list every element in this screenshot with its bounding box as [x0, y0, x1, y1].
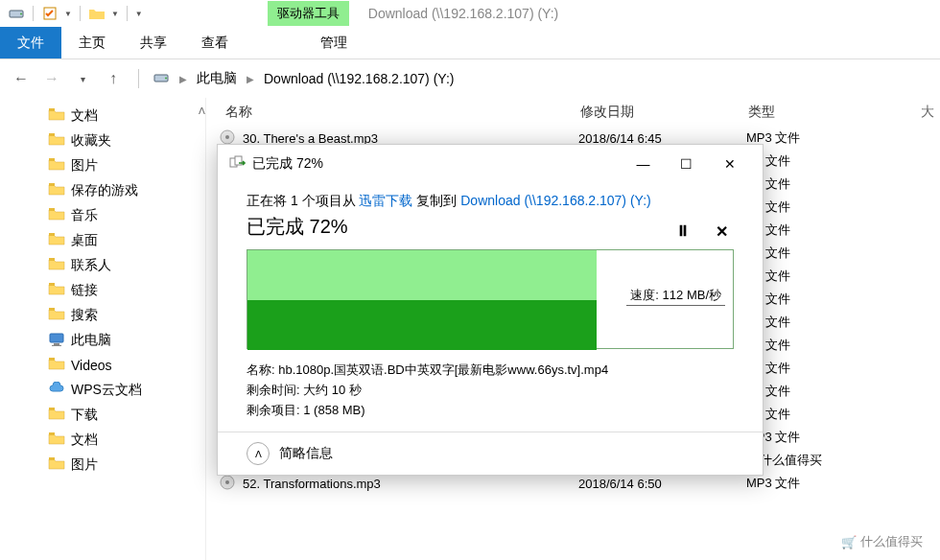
chevron-down-icon[interactable]: ▼: [111, 10, 119, 18]
minimize-button[interactable]: —: [622, 152, 665, 175]
file-type: P3 文件: [746, 314, 940, 331]
tree-item-label: 桌面: [71, 232, 98, 249]
separator: [127, 6, 128, 21]
svg-rect-20: [49, 457, 55, 460]
file-type: P3 文件: [746, 406, 940, 423]
file-name: hb.1080p.国英双语.BD中英双字[最新电影www.66ys.tv].mp…: [278, 362, 608, 377]
column-size[interactable]: 大: [921, 104, 940, 121]
file-type: P3 文件: [746, 175, 940, 193]
ribbon-tabs: 文件 主页 共享 查看 管理: [0, 27, 940, 59]
watermark-icon: 🛒: [841, 535, 857, 549]
quick-access-toolbar: ▼ ▼ ▼: [0, 5, 143, 22]
svg-rect-7: [49, 158, 55, 161]
chevron-down-icon[interactable]: ▼: [64, 10, 72, 18]
tree-item[interactable]: 保存的游戏: [0, 178, 205, 203]
progress-fill-bottom: [247, 300, 597, 350]
collapse-details-button[interactable]: ᐱ: [247, 442, 270, 465]
svg-rect-5: [49, 108, 55, 111]
back-button[interactable]: ←: [10, 67, 33, 90]
svg-point-22: [225, 135, 229, 139]
tree-item-label: 联系人: [71, 257, 111, 274]
navigation-bar: ← → ▾ ↑ ▶ 此电脑 ▶ Download (\\192.168.2.10…: [0, 59, 940, 98]
svg-rect-16: [52, 345, 61, 346]
copy-details: 名称: hb.1080p.国英双语.BD中英双字[最新电影www.66ys.tv…: [247, 361, 734, 420]
maximize-button[interactable]: ☐: [665, 152, 708, 175]
file-type: MP3 文件: [746, 129, 940, 147]
tab-manage[interactable]: 管理: [303, 27, 364, 58]
up-button[interactable]: ↑: [102, 67, 125, 90]
tree-item[interactable]: 联系人: [0, 253, 205, 278]
tree-item[interactable]: 收藏夹: [0, 128, 205, 153]
forward-button[interactable]: →: [40, 67, 63, 90]
dialog-footer: ᐱ 简略信息: [218, 432, 763, 475]
tree-item[interactable]: 音乐: [0, 203, 205, 228]
column-type[interactable]: 类型: [748, 104, 921, 121]
pc-icon: [48, 332, 65, 349]
cloud-icon: [48, 382, 65, 399]
breadcrumb-root[interactable]: 此电脑: [197, 70, 237, 87]
new-folder-icon[interactable]: [88, 5, 106, 22]
tree-item[interactable]: 搜索: [0, 303, 205, 328]
tree-item[interactable]: Videos: [0, 353, 205, 378]
svg-rect-15: [54, 343, 59, 345]
svg-rect-10: [49, 233, 55, 236]
breadcrumb-location[interactable]: Download (\\192.168.2.107) (Y:): [264, 71, 454, 86]
tree-item-label: 图片: [71, 456, 98, 474]
copy-dest-link[interactable]: Download (\\192.168.2.107) (Y:): [460, 193, 650, 208]
tree-item-label: 保存的游戏: [71, 182, 138, 199]
file-icon: [220, 475, 237, 492]
chevron-right-icon[interactable]: ▶: [247, 74, 254, 84]
folder-icon: [48, 257, 65, 274]
recent-dropdown[interactable]: ▾: [71, 67, 94, 90]
scroll-up-icon[interactable]: ᐱ: [199, 105, 205, 116]
tree-item[interactable]: 桌面: [0, 228, 205, 253]
window-title: Download (\\192.168.2.107) (Y:): [368, 6, 558, 21]
tab-share[interactable]: 共享: [123, 27, 184, 58]
close-button[interactable]: ✕: [708, 152, 751, 175]
tree-item[interactable]: WPS云文档: [0, 378, 205, 403]
file-type: M 什么值得买: [746, 452, 940, 469]
separator: [33, 6, 34, 21]
footer-label[interactable]: 简略信息: [279, 445, 333, 462]
tree-item[interactable]: 图片: [0, 153, 205, 178]
tree-item-label: 图片: [71, 157, 98, 175]
file-date: 2018/6/14 6:50: [578, 477, 746, 491]
tab-file[interactable]: 文件: [0, 27, 61, 58]
dialog-titlebar[interactable]: 已完成 72% — ☐ ✕: [218, 145, 763, 183]
folder-icon: [48, 307, 65, 324]
chevron-right-icon[interactable]: ▶: [179, 74, 187, 84]
svg-rect-17: [49, 358, 55, 361]
tree-item[interactable]: 文档: [0, 428, 205, 453]
svg-rect-14: [50, 334, 63, 342]
customize-qat-icon[interactable]: ▼: [135, 10, 143, 18]
tree-item[interactable]: 图片: [0, 453, 205, 478]
folder-icon: [48, 157, 65, 175]
properties-icon[interactable]: [41, 5, 59, 22]
folder-icon: [48, 132, 65, 150]
tree-item[interactable]: 链接: [0, 278, 205, 303]
column-date[interactable]: 修改日期: [580, 104, 748, 121]
svg-point-28: [225, 480, 229, 484]
file-type: P3 文件: [746, 383, 940, 400]
column-name[interactable]: 名称: [206, 104, 580, 121]
address-bar[interactable]: ▶ 此电脑 ▶ Download (\\192.168.2.107) (Y:): [153, 69, 454, 89]
tree-item[interactable]: 文档: [0, 104, 205, 128]
folder-icon: [48, 407, 65, 424]
svg-rect-9: [49, 208, 55, 211]
copy-source-link[interactable]: 迅雷下载: [359, 193, 412, 208]
separator: [138, 69, 139, 88]
copy-progress-dialog: 已完成 72% — ☐ ✕ 正在将 1 个项目从 迅雷下载 复制到 Downlo…: [217, 144, 764, 476]
contextual-tab-label: 驱动器工具: [268, 1, 349, 26]
svg-rect-18: [49, 408, 55, 410]
separator: [80, 6, 81, 21]
folder-icon: [48, 282, 65, 299]
watermark: 🛒 什么值得买: [832, 531, 932, 552]
cancel-button[interactable]: ✕: [716, 222, 728, 241]
pause-button[interactable]: ⏸: [675, 222, 691, 241]
tab-view[interactable]: 查看: [184, 27, 246, 58]
tab-home[interactable]: 主页: [61, 27, 123, 58]
tree-item[interactable]: 此电脑: [0, 328, 205, 353]
list-header: 名称 修改日期 类型 大: [206, 98, 940, 127]
drive-icon: [8, 5, 25, 22]
tree-item[interactable]: 下载: [0, 403, 205, 428]
